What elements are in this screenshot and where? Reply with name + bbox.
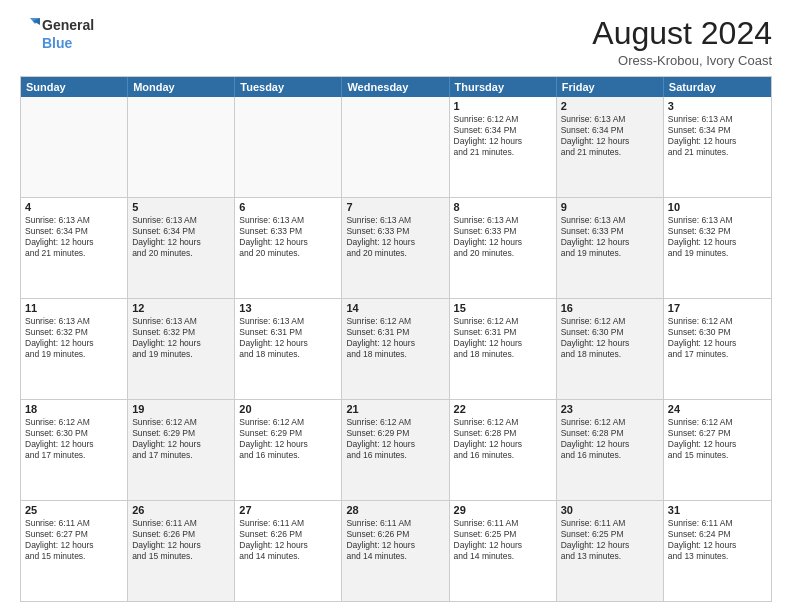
table-row: 6Sunrise: 6:13 AMSunset: 6:33 PMDaylight… xyxy=(235,198,342,298)
day-number: 26 xyxy=(132,504,230,516)
day-number: 31 xyxy=(668,504,767,516)
week-row-2: 4Sunrise: 6:13 AMSunset: 6:34 PMDaylight… xyxy=(21,197,771,298)
day-number: 2 xyxy=(561,100,659,112)
cell-text: Sunrise: 6:12 AMSunset: 6:30 PMDaylight:… xyxy=(561,316,630,359)
subtitle: Oress-Krobou, Ivory Coast xyxy=(592,53,772,68)
day-number: 4 xyxy=(25,201,123,213)
table-row: 2Sunrise: 6:13 AMSunset: 6:34 PMDaylight… xyxy=(557,97,664,197)
cell-text: Sunrise: 6:13 AMSunset: 6:34 PMDaylight:… xyxy=(25,215,94,258)
table-row: 27Sunrise: 6:11 AMSunset: 6:26 PMDayligh… xyxy=(235,501,342,601)
cell-text: Sunrise: 6:12 AMSunset: 6:30 PMDaylight:… xyxy=(25,417,94,460)
table-row: 26Sunrise: 6:11 AMSunset: 6:26 PMDayligh… xyxy=(128,501,235,601)
title-block: August 2024 Oress-Krobou, Ivory Coast xyxy=(592,16,772,68)
day-number: 6 xyxy=(239,201,337,213)
cell-text: Sunrise: 6:13 AMSunset: 6:32 PMDaylight:… xyxy=(25,316,94,359)
table-row: 8Sunrise: 6:13 AMSunset: 6:33 PMDaylight… xyxy=(450,198,557,298)
header-friday: Friday xyxy=(557,77,664,97)
table-row: 7Sunrise: 6:13 AMSunset: 6:33 PMDaylight… xyxy=(342,198,449,298)
calendar-header: Sunday Monday Tuesday Wednesday Thursday… xyxy=(21,77,771,97)
week-row-1: 1Sunrise: 6:12 AMSunset: 6:34 PMDaylight… xyxy=(21,97,771,197)
day-number: 28 xyxy=(346,504,444,516)
cell-text: Sunrise: 6:11 AMSunset: 6:26 PMDaylight:… xyxy=(239,518,308,561)
table-row: 17Sunrise: 6:12 AMSunset: 6:30 PMDayligh… xyxy=(664,299,771,399)
table-row: 18Sunrise: 6:12 AMSunset: 6:30 PMDayligh… xyxy=(21,400,128,500)
cell-text: Sunrise: 6:11 AMSunset: 6:26 PMDaylight:… xyxy=(346,518,415,561)
table-row: 23Sunrise: 6:12 AMSunset: 6:28 PMDayligh… xyxy=(557,400,664,500)
table-row: 16Sunrise: 6:12 AMSunset: 6:30 PMDayligh… xyxy=(557,299,664,399)
main-title: August 2024 xyxy=(592,16,772,51)
day-number: 7 xyxy=(346,201,444,213)
table-row: 30Sunrise: 6:11 AMSunset: 6:25 PMDayligh… xyxy=(557,501,664,601)
table-row: 28Sunrise: 6:11 AMSunset: 6:26 PMDayligh… xyxy=(342,501,449,601)
cell-text: Sunrise: 6:11 AMSunset: 6:24 PMDaylight:… xyxy=(668,518,737,561)
cell-text: Sunrise: 6:12 AMSunset: 6:29 PMDaylight:… xyxy=(132,417,201,460)
table-row: 19Sunrise: 6:12 AMSunset: 6:29 PMDayligh… xyxy=(128,400,235,500)
logo-bird-icon xyxy=(20,16,40,36)
page: General Blue August 2024 Oress-Krobou, I… xyxy=(0,0,792,612)
cell-text: Sunrise: 6:13 AMSunset: 6:33 PMDaylight:… xyxy=(454,215,523,258)
table-row: 21Sunrise: 6:12 AMSunset: 6:29 PMDayligh… xyxy=(342,400,449,500)
table-row: 13Sunrise: 6:13 AMSunset: 6:31 PMDayligh… xyxy=(235,299,342,399)
table-row: 24Sunrise: 6:12 AMSunset: 6:27 PMDayligh… xyxy=(664,400,771,500)
day-number: 14 xyxy=(346,302,444,314)
cell-text: Sunrise: 6:11 AMSunset: 6:25 PMDaylight:… xyxy=(454,518,523,561)
cell-text: Sunrise: 6:12 AMSunset: 6:28 PMDaylight:… xyxy=(561,417,630,460)
day-number: 25 xyxy=(25,504,123,516)
cell-text: Sunrise: 6:13 AMSunset: 6:33 PMDaylight:… xyxy=(561,215,630,258)
day-number: 11 xyxy=(25,302,123,314)
day-number: 21 xyxy=(346,403,444,415)
day-number: 5 xyxy=(132,201,230,213)
day-number: 12 xyxy=(132,302,230,314)
table-row xyxy=(235,97,342,197)
table-row: 15Sunrise: 6:12 AMSunset: 6:31 PMDayligh… xyxy=(450,299,557,399)
day-number: 30 xyxy=(561,504,659,516)
cell-text: Sunrise: 6:13 AMSunset: 6:34 PMDaylight:… xyxy=(668,114,737,157)
day-number: 29 xyxy=(454,504,552,516)
cell-text: Sunrise: 6:13 AMSunset: 6:34 PMDaylight:… xyxy=(132,215,201,258)
table-row: 9Sunrise: 6:13 AMSunset: 6:33 PMDaylight… xyxy=(557,198,664,298)
table-row: 29Sunrise: 6:11 AMSunset: 6:25 PMDayligh… xyxy=(450,501,557,601)
day-number: 9 xyxy=(561,201,659,213)
cell-text: Sunrise: 6:11 AMSunset: 6:26 PMDaylight:… xyxy=(132,518,201,561)
table-row: 20Sunrise: 6:12 AMSunset: 6:29 PMDayligh… xyxy=(235,400,342,500)
table-row xyxy=(21,97,128,197)
table-row: 11Sunrise: 6:13 AMSunset: 6:32 PMDayligh… xyxy=(21,299,128,399)
cell-text: Sunrise: 6:13 AMSunset: 6:32 PMDaylight:… xyxy=(668,215,737,258)
header-saturday: Saturday xyxy=(664,77,771,97)
cell-text: Sunrise: 6:13 AMSunset: 6:32 PMDaylight:… xyxy=(132,316,201,359)
header-monday: Monday xyxy=(128,77,235,97)
table-row: 1Sunrise: 6:12 AMSunset: 6:34 PMDaylight… xyxy=(450,97,557,197)
day-number: 15 xyxy=(454,302,552,314)
cell-text: Sunrise: 6:13 AMSunset: 6:33 PMDaylight:… xyxy=(346,215,415,258)
day-number: 18 xyxy=(25,403,123,415)
cell-text: Sunrise: 6:12 AMSunset: 6:31 PMDaylight:… xyxy=(346,316,415,359)
day-number: 1 xyxy=(454,100,552,112)
cell-text: Sunrise: 6:12 AMSunset: 6:34 PMDaylight:… xyxy=(454,114,523,157)
cell-text: Sunrise: 6:12 AMSunset: 6:29 PMDaylight:… xyxy=(346,417,415,460)
calendar-body: 1Sunrise: 6:12 AMSunset: 6:34 PMDaylight… xyxy=(21,97,771,601)
day-number: 17 xyxy=(668,302,767,314)
cell-text: Sunrise: 6:13 AMSunset: 6:33 PMDaylight:… xyxy=(239,215,308,258)
cell-text: Sunrise: 6:12 AMSunset: 6:29 PMDaylight:… xyxy=(239,417,308,460)
cell-text: Sunrise: 6:12 AMSunset: 6:31 PMDaylight:… xyxy=(454,316,523,359)
day-number: 23 xyxy=(561,403,659,415)
table-row: 5Sunrise: 6:13 AMSunset: 6:34 PMDaylight… xyxy=(128,198,235,298)
cell-text: Sunrise: 6:13 AMSunset: 6:34 PMDaylight:… xyxy=(561,114,630,157)
logo-blue: Blue xyxy=(42,36,94,51)
table-row: 3Sunrise: 6:13 AMSunset: 6:34 PMDaylight… xyxy=(664,97,771,197)
table-row: 22Sunrise: 6:12 AMSunset: 6:28 PMDayligh… xyxy=(450,400,557,500)
week-row-4: 18Sunrise: 6:12 AMSunset: 6:30 PMDayligh… xyxy=(21,399,771,500)
calendar: Sunday Monday Tuesday Wednesday Thursday… xyxy=(20,76,772,602)
week-row-3: 11Sunrise: 6:13 AMSunset: 6:32 PMDayligh… xyxy=(21,298,771,399)
table-row: 12Sunrise: 6:13 AMSunset: 6:32 PMDayligh… xyxy=(128,299,235,399)
header-thursday: Thursday xyxy=(450,77,557,97)
day-number: 16 xyxy=(561,302,659,314)
week-row-5: 25Sunrise: 6:11 AMSunset: 6:27 PMDayligh… xyxy=(21,500,771,601)
table-row: 10Sunrise: 6:13 AMSunset: 6:32 PMDayligh… xyxy=(664,198,771,298)
day-number: 22 xyxy=(454,403,552,415)
table-row: 14Sunrise: 6:12 AMSunset: 6:31 PMDayligh… xyxy=(342,299,449,399)
table-row: 4Sunrise: 6:13 AMSunset: 6:34 PMDaylight… xyxy=(21,198,128,298)
table-row xyxy=(128,97,235,197)
cell-text: Sunrise: 6:12 AMSunset: 6:30 PMDaylight:… xyxy=(668,316,737,359)
cell-text: Sunrise: 6:12 AMSunset: 6:27 PMDaylight:… xyxy=(668,417,737,460)
